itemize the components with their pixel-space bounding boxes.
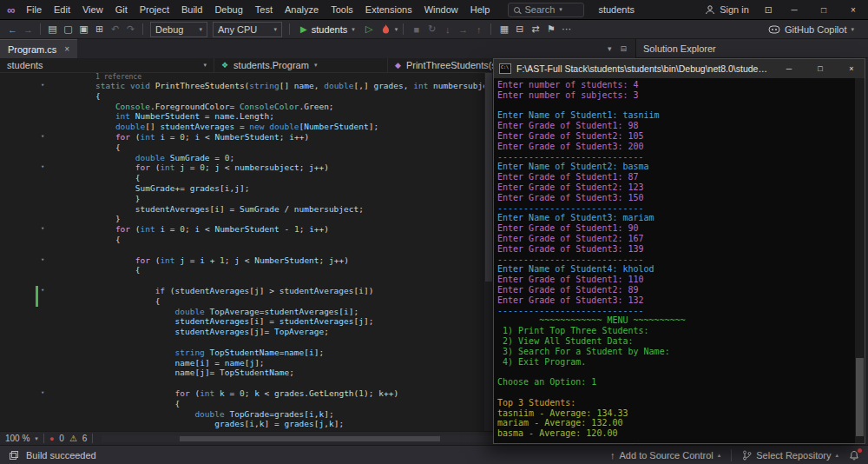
scrollbar-thumb[interactable] xyxy=(856,358,864,436)
break-all-icon[interactable]: ■ xyxy=(409,22,424,37)
toolbar-divider xyxy=(289,23,290,35)
feedback-icon[interactable]: ⊡ xyxy=(758,4,779,16)
console-line: Enter Grade of Student2: 89 xyxy=(497,285,865,295)
menu-item-extensions[interactable]: Extensions xyxy=(359,3,418,17)
console-minimize-button[interactable]: ─ xyxy=(776,59,802,78)
undo-icon[interactable]: ↶ xyxy=(108,22,122,37)
visual-studio-logo-icon: ∞ xyxy=(7,3,15,17)
statusbar-right: ↑ Add to Source Control ▴ Select Reposit… xyxy=(610,449,859,461)
configuration-dropdown[interactable]: Debug ▾ xyxy=(150,22,207,37)
document-list-icon[interactable]: ▾ xyxy=(608,44,612,53)
tab-close-icon[interactable]: × xyxy=(64,44,69,54)
warning-count[interactable]: 6 xyxy=(82,434,88,443)
save-all-icon[interactable]: ⊞ xyxy=(92,22,107,37)
console-titlebar[interactable]: C:\ F:\AST-Full Stack\students\students\… xyxy=(494,59,865,78)
more-commands-icon[interactable]: ⋯ xyxy=(559,22,574,37)
menu-item-project[interactable]: Project xyxy=(134,3,175,17)
breadcrumb-type[interactable]: ❖ students.Program ▾ xyxy=(214,58,388,72)
error-count[interactable]: 0 xyxy=(59,434,64,443)
warning-icon[interactable]: ⚠ xyxy=(69,434,77,443)
menu-item-tools[interactable]: Tools xyxy=(325,3,359,17)
start-debugging-button[interactable]: ▶ students ▾ xyxy=(295,24,360,35)
divider xyxy=(731,449,732,461)
bookmark-icon[interactable]: ⚑ xyxy=(543,22,558,37)
chevron-down-icon[interactable]: ▾ xyxy=(35,435,38,442)
scrollbar-thumb[interactable] xyxy=(180,436,440,441)
menu-item-build[interactable]: Build xyxy=(175,3,208,17)
console-line: Enter Grade of Student1: 110 xyxy=(497,275,865,285)
menu-item-file[interactable]: File xyxy=(20,3,48,17)
console-line: ---------------------------- xyxy=(497,203,865,214)
chevron-down-icon[interactable]: ▾ xyxy=(395,26,398,33)
breadcrumb-project[interactable]: students ▾ xyxy=(0,58,214,72)
solution-explorer-header[interactable]: Solution Explorer xyxy=(636,39,868,58)
menu-item-analyze[interactable]: Analyze xyxy=(279,3,325,17)
close-button[interactable]: × xyxy=(838,0,868,19)
platform-dropdown[interactable]: Any CPU ▾ xyxy=(213,22,282,37)
redo-icon[interactable]: ↷ xyxy=(123,22,138,37)
console-body[interactable]: Enter number of students: 4Enter number … xyxy=(494,78,865,443)
error-icon[interactable]: ● xyxy=(49,434,54,443)
console-line xyxy=(497,101,865,111)
maximize-button[interactable]: □ xyxy=(809,0,838,19)
nav-back-icon[interactable]: ← xyxy=(5,22,20,37)
console-maximize-button[interactable]: □ xyxy=(807,59,833,78)
search-box[interactable]: Search ▾ xyxy=(508,3,584,17)
compare-icon[interactable]: ⇄ xyxy=(528,22,542,37)
menu-item-test[interactable]: Test xyxy=(249,3,279,17)
console-line: Enter Name of Student1: tasniim xyxy=(497,110,865,121)
add-to-source-control-button[interactable]: ↑ Add to Source Control ▴ xyxy=(610,450,720,461)
toolbar-icons-c: ▦⊟⇄⚑⋯ xyxy=(496,22,574,37)
fold-arrow-icon[interactable]: ▾ xyxy=(41,132,44,143)
console-close-button[interactable]: × xyxy=(838,59,865,78)
console-line: ---------------------------- xyxy=(497,306,865,316)
menubar: FileEditViewGitProjectBuildDebugTestAnal… xyxy=(20,3,496,17)
console-line: Enter number of students: 4 xyxy=(497,80,865,90)
step-over-icon[interactable]: → xyxy=(456,22,470,37)
menu-item-view[interactable]: View xyxy=(76,3,109,17)
select-repository-button[interactable]: Select Repository ▴ xyxy=(742,450,838,461)
console-line: Enter Grade of Student2: 105 xyxy=(497,131,865,142)
tab-program-cs[interactable]: Program.cs × xyxy=(0,39,77,58)
step-out-icon[interactable]: ↑ xyxy=(471,22,486,37)
fold-arrow-icon[interactable]: ▾ xyxy=(41,162,44,173)
fold-arrow-icon[interactable]: ▾ xyxy=(41,224,44,235)
editor-vertical-scrollbar[interactable] xyxy=(484,73,493,431)
step-into-icon[interactable]: ↓ xyxy=(440,22,455,37)
collapse-icon[interactable]: ⊟ xyxy=(512,22,527,37)
copilot-icon xyxy=(768,24,780,35)
scrollbar-thumb[interactable] xyxy=(485,73,492,282)
menu-item-window[interactable]: Window xyxy=(418,3,464,17)
tabstrip-right: ▾ ⊟ xyxy=(608,39,635,58)
titlebar: ∞ FileEditViewGitProjectBuildDebugTestAn… xyxy=(0,0,868,20)
split-window-icon[interactable]: ⊟ xyxy=(620,44,627,53)
new-file-icon[interactable]: ▤ xyxy=(45,22,60,37)
fold-arrow-icon[interactable]: ▾ xyxy=(41,81,44,91)
background-tasks-icon[interactable] xyxy=(9,450,19,461)
github-copilot-button[interactable]: GitHub Copilot ▾ xyxy=(768,24,863,35)
hot-reload-icon[interactable] xyxy=(378,22,393,37)
tab-label: Program.cs xyxy=(8,44,56,55)
console-line: Enter Grade of Student1: 98 xyxy=(497,121,865,131)
notifications-button[interactable] xyxy=(849,450,859,461)
start-without-debugging-icon[interactable]: ▷ xyxy=(362,22,377,37)
menu-item-debug[interactable]: Debug xyxy=(208,3,248,17)
open-file-icon[interactable]: ▢ xyxy=(61,22,76,37)
fold-arrow-icon[interactable]: ▾ xyxy=(41,388,44,399)
save-icon[interactable]: ▣ xyxy=(76,22,91,37)
sign-in-button[interactable]: Sign in xyxy=(696,0,758,19)
fold-arrow-icon[interactable]: ▾ xyxy=(41,255,44,266)
menu-item-edit[interactable]: Edit xyxy=(48,3,76,17)
minimize-button[interactable]: ─ xyxy=(779,0,809,19)
menu-item-help[interactable]: Help xyxy=(464,3,496,17)
console-line xyxy=(497,367,865,377)
console-line: Enter Name of Student4: kholod xyxy=(497,264,865,275)
nav-forward-icon[interactable]: → xyxy=(21,22,36,37)
zoom-level[interactable]: 100 % xyxy=(5,434,30,443)
restart-icon[interactable]: ↻ xyxy=(424,22,439,37)
menu-item-git[interactable]: Git xyxy=(109,3,134,17)
outline-icon[interactable]: ▦ xyxy=(496,22,511,37)
console-scrollbar[interactable] xyxy=(855,78,865,443)
search-icon xyxy=(514,7,520,13)
fold-arrow-icon[interactable]: ▾ xyxy=(41,286,44,296)
